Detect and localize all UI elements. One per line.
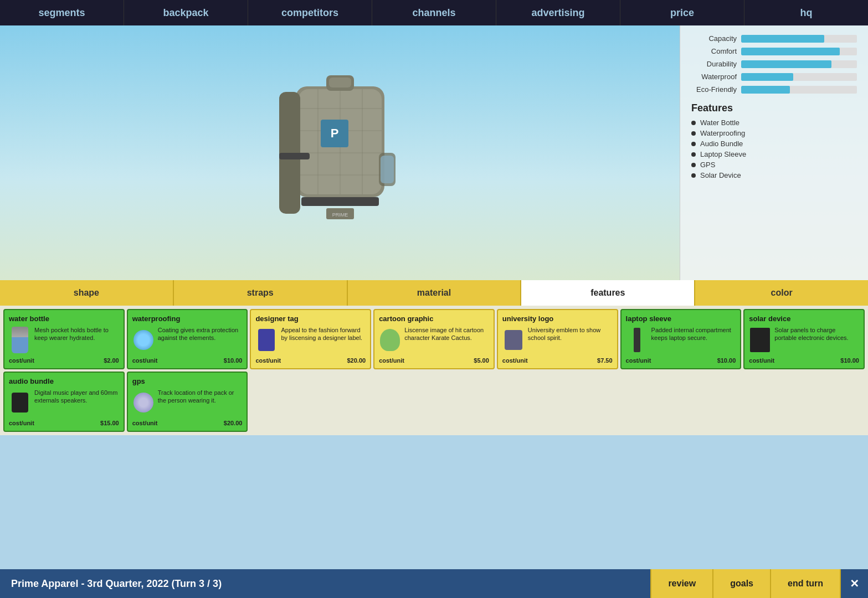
feature-card-desc: Appeal to the fashion forward by liscens… <box>281 326 366 354</box>
feature-card-desc: Liscense image of hit cartoon character … <box>404 326 489 354</box>
stat-bar-bg <box>741 86 857 94</box>
cost-label: cost/unit <box>502 357 528 364</box>
sub-tab-color[interactable]: color <box>695 280 868 306</box>
feature-card-title: water bottle <box>9 315 119 323</box>
svg-text:PRIME: PRIME <box>332 212 348 218</box>
top-navigation: segmentsbackpackcompetitorschannelsadver… <box>0 0 868 25</box>
svg-rect-16 <box>381 156 394 183</box>
cartoon-icon <box>379 326 401 354</box>
feature-card-laptop-sleeve[interactable]: laptop sleevePadded internal compartment… <box>620 309 742 369</box>
feature-card-desc: University emblem to show school spirit. <box>528 326 613 354</box>
feature-card-cartoon-graphic[interactable]: cartoon graphicLiscense image of hit car… <box>373 309 495 369</box>
cost-value: $2.00 <box>104 357 119 364</box>
svg-rect-14 <box>279 153 310 159</box>
feature-bullet <box>691 152 696 157</box>
feature-card-waterproofing[interactable]: waterproofingCoating gives extra protect… <box>127 309 248 369</box>
audio-icon <box>9 389 31 416</box>
feature-card-title: university logo <box>502 315 613 323</box>
sub-tabs: shapestrapsmaterialfeaturescolor <box>0 280 868 306</box>
waterproofing-icon <box>132 326 155 354</box>
feature-card-title: designer tag <box>255 315 366 323</box>
nav-item-competitors[interactable]: competitors <box>248 0 372 25</box>
cost-label: cost/unit <box>9 420 34 426</box>
close-button[interactable]: ✕ <box>840 569 868 598</box>
feature-bullet <box>691 121 696 125</box>
nav-item-channels[interactable]: channels <box>372 0 496 25</box>
feature-card-water-bottle[interactable]: water bottleMesh pocket holds bottle to … <box>3 309 125 369</box>
stat-bar-fill <box>741 86 790 94</box>
cost-label: cost/unit <box>132 357 158 364</box>
feature-card-desc: Digital music player and 60mm externals … <box>34 389 119 416</box>
end-turn-button[interactable]: end turn <box>770 569 840 598</box>
stat-row-durability: Durability <box>691 60 857 68</box>
svg-rect-17 <box>301 197 379 206</box>
feature-bullet <box>691 142 696 146</box>
feature-card-title: waterproofing <box>132 315 243 323</box>
stat-label: Durability <box>691 60 741 68</box>
goals-button[interactable]: goals <box>712 569 770 598</box>
feature-list-item: Laptop Sleeve <box>691 150 857 158</box>
feature-card-solar-device[interactable]: solar deviceSolar panels to charge porta… <box>743 309 865 369</box>
nav-item-backpack[interactable]: backpack <box>124 0 248 25</box>
water-bottle-icon <box>9 326 31 354</box>
feature-card-university-logo[interactable]: university logoUniversity emblem to show… <box>497 309 618 369</box>
sub-tab-shape[interactable]: shape <box>0 280 174 306</box>
feature-cards-area: water bottleMesh pocket holds bottle to … <box>0 306 868 569</box>
feature-bullet <box>691 131 696 136</box>
nav-item-hq[interactable]: hq <box>744 0 868 25</box>
feature-card-title: laptop sleeve <box>626 315 736 323</box>
cost-label: cost/unit <box>626 357 651 364</box>
feature-bullet <box>691 163 696 167</box>
stat-bar-fill <box>741 60 831 68</box>
feature-list-item: Audio Bundle <box>691 140 857 148</box>
features-title: Features <box>691 102 857 114</box>
empty-cell <box>250 372 371 432</box>
svg-rect-10 <box>329 78 351 87</box>
feature-card-desc: Track location of the pack or the person… <box>158 389 243 416</box>
nav-item-segments[interactable]: segments <box>0 0 124 25</box>
review-button[interactable]: review <box>650 569 712 598</box>
bottom-bar: Prime Apparel - 3rd Quarter, 2022 (Turn … <box>0 569 868 598</box>
feature-card-title: audio bundle <box>9 377 119 385</box>
empty-cell <box>743 372 865 432</box>
solar-icon <box>749 326 771 354</box>
feature-card-audio-bundle[interactable]: audio bundleDigital music player and 60m… <box>3 372 125 432</box>
gps-icon <box>132 389 155 416</box>
nav-item-price[interactable]: price <box>620 0 744 25</box>
stat-label: Eco-Friendly <box>691 85 741 94</box>
feature-card-desc: Solar panels to charge portable electron… <box>774 326 859 354</box>
features-section: Features Water BottleWaterproofingAudio … <box>691 102 857 179</box>
feature-card-desc: Padded internal compartment keeps laptop… <box>651 326 736 354</box>
cost-value: $10.00 <box>717 357 736 364</box>
feature-list-item: Water Bottle <box>691 118 857 127</box>
laptop-sleeve-icon <box>626 326 648 354</box>
cost-value: $20.00 <box>347 357 366 364</box>
feature-bullet <box>691 173 696 178</box>
feature-grid: water bottleMesh pocket holds bottle to … <box>0 306 868 435</box>
stat-bar-bg <box>741 48 857 55</box>
sub-tab-features[interactable]: features <box>521 280 695 306</box>
cost-value: $10.00 <box>224 357 243 364</box>
feature-card-gps[interactable]: gpsTrack location of the pack or the per… <box>127 372 248 432</box>
feature-card-title: cartoon graphic <box>379 315 489 323</box>
empty-cell <box>497 372 618 432</box>
sub-tab-material[interactable]: material <box>348 280 522 306</box>
svg-text:P: P <box>330 126 338 140</box>
cost-label: cost/unit <box>132 420 158 426</box>
sub-tab-straps[interactable]: straps <box>174 280 348 306</box>
app-title: Prime Apparel - 3rd Quarter, 2022 (Turn … <box>0 578 650 590</box>
cost-label: cost/unit <box>379 357 404 364</box>
empty-cell <box>620 372 742 432</box>
nav-item-advertising[interactable]: advertising <box>496 0 620 25</box>
feature-card-designer-tag[interactable]: designer tagAppeal to the fashion forwar… <box>250 309 371 369</box>
stat-label: Comfort <box>691 47 741 55</box>
feature-card-title: gps <box>132 377 243 385</box>
stat-bar-fill <box>741 73 793 81</box>
stat-label: Capacity <box>691 34 741 43</box>
cost-value: $10.00 <box>840 357 859 364</box>
university-icon <box>502 326 525 354</box>
stat-row-eco-friendly: Eco-Friendly <box>691 85 857 94</box>
cost-value: $5.00 <box>474 357 489 364</box>
feature-card-desc: Mesh pocket holds bottle to keep wearer … <box>34 326 119 354</box>
stats-section: Capacity Comfort Durability Waterproof E… <box>691 34 857 94</box>
